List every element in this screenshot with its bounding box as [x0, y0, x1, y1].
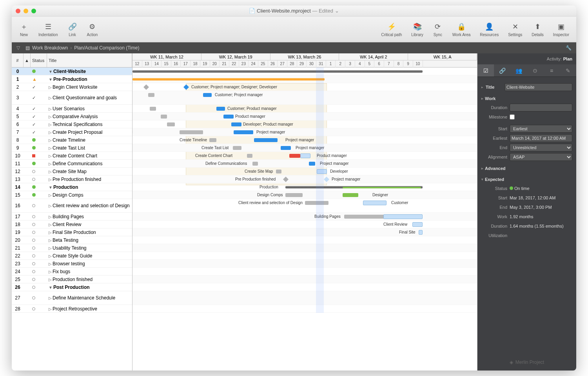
sort-indicator-icon[interactable]: ▲	[24, 53, 31, 67]
task-row[interactable]: 7▷Create Project Proposal	[12, 128, 132, 136]
gantt-bar[interactable]	[343, 187, 421, 188]
day-header[interactable]: 18	[191, 60, 200, 68]
gantt-bar[interactable]	[363, 201, 387, 205]
gantt-row[interactable]	[132, 268, 477, 276]
gantt-bar[interactable]	[234, 130, 253, 134]
gantt-row[interactable]: bsite	[132, 68, 477, 75]
disclosure-icon[interactable]: ▷	[49, 254, 52, 258]
task-row[interactable]: 15▷Design Comps	[12, 191, 132, 199]
day-header[interactable]: 25	[258, 60, 268, 68]
day-header[interactable]: 15	[162, 60, 171, 68]
disclosure-icon[interactable]: ▷	[49, 204, 52, 208]
task-row[interactable]: 16▷Client review and selection of Design	[12, 199, 132, 213]
disclosure-icon[interactable]: ▷	[49, 130, 52, 135]
task-row[interactable]: 23▷Browser testing	[12, 260, 132, 268]
gantt-bar[interactable]	[281, 146, 291, 150]
gantt-row[interactable]: Design CompsDesigner	[132, 191, 477, 199]
section-advanced[interactable]: Advanced	[481, 164, 572, 173]
new-button[interactable]: ＋New	[16, 20, 32, 38]
gantt-row[interactable]: Production	[132, 183, 477, 191]
gantt-bar[interactable]	[216, 107, 225, 111]
gantt-row[interactable]	[132, 260, 477, 268]
gantt-row[interactable]: Create Content ChartProduct manager	[132, 152, 477, 160]
end-select[interactable]: Unrestricted	[510, 144, 572, 151]
settings-button[interactable]: ✕Settings	[505, 20, 525, 38]
week-header[interactable]: WK 13, March 26	[270, 53, 339, 60]
day-header[interactable]: 2	[336, 60, 345, 68]
gantt-bar[interactable]	[383, 214, 423, 219]
tab-info-icon[interactable]: ☑	[477, 64, 494, 77]
disclosure-icon[interactable]: ▷	[49, 162, 52, 166]
disclosure-icon[interactable]: ▷	[49, 122, 52, 127]
wrench-icon[interactable]: 🔧	[566, 45, 572, 51]
gantt-row[interactable]: Customer; Project manager; Designer; Dev…	[132, 83, 477, 91]
task-row[interactable]: 5▷Comparative Analysis	[12, 113, 132, 120]
task-row[interactable]: 25▷Production finished	[12, 276, 132, 283]
disclosure-icon[interactable]: ▼	[49, 77, 53, 82]
gantt-bar[interactable]	[343, 193, 358, 197]
disclosure-icon[interactable]: ▷	[49, 115, 52, 119]
details-button[interactable]: ⬆Details	[528, 20, 547, 38]
task-row[interactable]: 3▷Client Questionnaire and goals	[12, 91, 132, 105]
gantt-bar[interactable]	[223, 115, 234, 119]
task-row[interactable]: 9▷Create Tast List	[12, 144, 132, 152]
milestone-checkbox[interactable]	[510, 113, 515, 121]
task-row[interactable]: 13▷Pre Production finished	[12, 175, 132, 183]
disclosure-icon[interactable]: ▷	[49, 177, 52, 182]
section-expected[interactable]: Expected	[481, 175, 572, 184]
milestone-diamond[interactable]	[324, 177, 329, 182]
gantt-row[interactable]: tive AnalysisProduct manager	[132, 113, 477, 120]
disclosure-icon[interactable]: ▷	[49, 270, 52, 274]
week-header[interactable]: WK 14, April 2	[339, 53, 408, 60]
alignment-select[interactable]: ASAP	[510, 153, 572, 161]
disclosure-icon[interactable]: ▸	[481, 85, 483, 89]
disclosure-icon[interactable]: ▷	[49, 307, 52, 311]
day-header[interactable]: 31	[316, 60, 326, 68]
day-header[interactable]: 28	[287, 60, 297, 68]
day-header[interactable]: 17	[181, 60, 191, 68]
disclosure-icon[interactable]: ▷	[49, 146, 52, 150]
edited-indicator[interactable]: — Edited	[312, 8, 333, 14]
gantt-bar[interactable]	[180, 130, 203, 134]
gantt-row[interactable]: Create Tast ListProject manager	[132, 144, 477, 152]
sync-button[interactable]: ⟳Sync	[430, 20, 446, 38]
gantt-bar[interactable]	[285, 193, 303, 197]
disclosure-icon[interactable]: ▷	[49, 215, 52, 219]
task-row[interactable]: 17▷Building Pages	[12, 213, 132, 221]
gantt-bar[interactable]	[252, 162, 258, 166]
day-header[interactable]: 9	[403, 60, 413, 68]
resources-button[interactable]: 👤Resources	[477, 20, 502, 38]
task-row[interactable]: 27▷Define Maintenance Schedule	[12, 291, 132, 305]
day-header[interactable]: 26	[268, 60, 278, 68]
gantt-row[interactable]: Pre Production finishedProject manager	[132, 175, 477, 183]
task-row[interactable]: 8▷Create Timeline	[12, 136, 132, 144]
gantt-bar[interactable]	[254, 138, 278, 142]
task-row[interactable]: 20▷Beta Testing	[12, 236, 132, 244]
col-title-header[interactable]: Title	[47, 53, 132, 67]
gantt-bar[interactable]	[300, 153, 310, 158]
task-row[interactable]: 21▷Usability Testing	[12, 244, 132, 252]
milestone-diamond[interactable]	[143, 84, 149, 90]
gantt-row[interactable]	[132, 244, 477, 252]
day-header[interactable]: 3	[345, 60, 355, 68]
gantt-bar[interactable]	[132, 70, 423, 73]
tab-edit-icon[interactable]: ✎	[560, 64, 576, 77]
day-header[interactable]: 14	[152, 60, 162, 68]
library-button[interactable]: 📚Library	[408, 20, 426, 38]
disclosure-icon[interactable]: ▷	[49, 296, 52, 300]
day-header[interactable]: 8	[394, 60, 404, 68]
day-header[interactable]: 16	[171, 60, 181, 68]
breadcrumb-item[interactable]: Plan/Actual Comparison (Time)	[74, 45, 139, 51]
gantt-chart[interactable]: WK 11, March 12WK 12, March 19WK 13, Mar…	[132, 53, 477, 371]
task-row[interactable]: 24▷Fix bugs	[12, 268, 132, 276]
milestone-diamond[interactable]	[183, 84, 189, 90]
gantt-row[interactable]: Define CommunicationsProject manager	[132, 160, 477, 168]
disclosure-icon[interactable]: ▷	[49, 262, 52, 266]
gantt-bar[interactable]	[233, 146, 241, 150]
gantt-row[interactable]: Create TimelineProject manager	[132, 136, 477, 144]
day-header[interactable]: 12	[132, 60, 142, 68]
gantt-row[interactable]	[132, 305, 477, 313]
day-header[interactable]: 4	[355, 60, 365, 68]
gantt-row[interactable]: Building Pages	[132, 213, 477, 221]
gantt-row[interactable]: eate Project ProposalProject manager	[132, 128, 477, 136]
